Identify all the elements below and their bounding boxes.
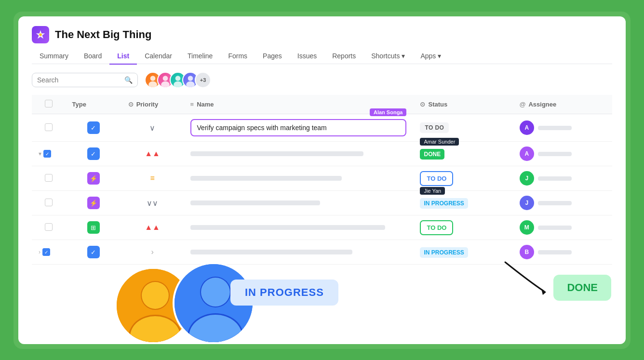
priority-icon: › [151,248,153,256]
table-row: ⚡ ≡ TO DO J [32,166,612,191]
status-badge-todo-green[interactable]: TO DO [420,220,453,235]
th-checkbox [32,95,66,114]
priority-icon-low: ∨∨ [147,199,158,207]
chevron-down-icon: ▾ [402,52,405,60]
tab-board[interactable]: Board [76,48,109,65]
select-all-checkbox[interactable] [45,100,53,107]
table-header-row: Type ⊙ Priority ≡ Name [32,95,612,114]
task-name-bar [190,225,385,230]
svg-point-0 [39,33,42,36]
assignee-bar [538,152,572,156]
assignee-cell: M [520,220,605,235]
status-badge-todo[interactable]: TO DO [420,122,449,133]
row2-checkbox[interactable]: ✓ [43,150,51,158]
app-header: The Next Big Thing [32,26,612,43]
done-overlay: DONE [553,275,611,301]
assignee-cell: A [520,147,605,161]
svg-point-3 [163,76,168,81]
assignee-avatar: J [520,196,534,210]
svg-point-8 [186,81,195,88]
tab-timeline[interactable]: Timeline [180,48,220,65]
row6-checkbox[interactable]: ✓ [42,248,50,256]
in-progress-overlay: IN PROGRESS [230,280,338,306]
row1-checkbox[interactable] [45,123,53,131]
assignee-cell: J [520,196,605,210]
type-icon-check: ✓ [87,121,100,134]
task-name-highlighted[interactable]: Alan Songa Verify campaign specs with ma… [190,119,407,136]
task-name-bar [190,151,363,156]
svg-point-5 [175,76,181,81]
tab-apps[interactable]: Apps ▾ [413,48,449,65]
priority-icon-high: ▲▲ [145,223,160,231]
svg-point-7 [188,76,193,81]
type-icon-check: ✓ [87,147,100,160]
assignee-bar [538,250,572,254]
task-name-bar [190,176,342,181]
tab-summary[interactable]: Summary [32,48,76,65]
type-icon-bolt: ⚡ [87,197,100,209]
task-name-bar [190,250,353,254]
type-icon-grid: ⊞ [87,221,100,234]
row4-checkbox[interactable] [45,199,53,206]
assignee-cell: J [520,171,605,186]
status-badge-todo-outlined[interactable]: TO DO [420,171,453,186]
avatar-extra: +3 [195,72,211,88]
tab-list[interactable]: List [109,48,137,65]
tab-issues[interactable]: Issues [290,48,324,65]
svg-marker-19 [541,289,546,295]
table-row: ⚡ ∨∨ IN PROGRESS Jie Yan [32,191,612,215]
status-badge-inprogress[interactable]: IN PROGRESS [420,247,468,258]
app-logo [32,26,49,43]
status-badge-inprogress[interactable]: IN PROGRESS [420,198,468,209]
task-name-bar [190,200,320,205]
priority-header-icon: ⊙ [128,101,134,108]
name-header-icon: ≡ [190,101,194,108]
assignee-avatar: J [520,171,534,186]
search-box[interactable]: 🔍 [32,73,138,87]
priority-icon-high: ▲▲ [145,149,160,158]
svg-point-12 [142,282,169,309]
assignee-bar [538,201,572,205]
arrow-decoration [500,257,558,296]
tab-shortcuts[interactable]: Shortcuts ▾ [363,48,413,65]
assignee-avatar: A [520,120,534,135]
avatar-group: +3 [145,72,211,88]
th-assignee[interactable]: @ Assignee [513,95,612,114]
th-priority[interactable]: ⊙ Priority [121,95,184,114]
search-input[interactable] [37,76,121,84]
status-cell: IN PROGRESS Jie Yan [420,200,468,207]
svg-point-2 [148,81,157,88]
assignee-bar [538,126,572,130]
expand-icon[interactable]: › [39,249,40,255]
svg-point-17 [201,278,230,307]
row5-checkbox[interactable] [45,223,53,231]
status-cell: DONE Amar Sunder [420,150,444,158]
th-type[interactable]: Type [66,95,121,114]
app-title: The Next Big Thing [55,28,151,41]
jieyan-tooltip: Jie Yan [420,187,445,195]
status-header-icon: ⊙ [420,101,425,108]
table-row: ▾ ✓ ✓ ▲▲ [32,142,612,166]
svg-point-4 [161,81,170,88]
row3-checkbox[interactable] [45,174,53,182]
chevron-down-icon: ▾ [438,52,441,60]
tab-pages[interactable]: Pages [255,48,290,65]
tab-calendar[interactable]: Calendar [137,48,180,65]
status-badge-done[interactable]: DONE [420,149,444,160]
outer-border: The Next Big Thing Summary Board List Ca… [13,12,631,349]
assignee-cell: A [520,120,605,135]
table-row: ⊞ ▲▲ TO DO M [32,215,612,240]
assignee-bar [538,176,572,181]
assignee-avatar: A [520,147,534,161]
app-window: The Next Big Thing Summary Board List Ca… [18,16,626,344]
th-status[interactable]: ⊙ Status [413,95,512,114]
priority-icon-low: ∨ [149,124,155,132]
assignee-bar [538,226,572,230]
user-tooltip: Alan Songa [370,108,407,116]
tab-forms[interactable]: Forms [220,48,255,65]
svg-point-1 [150,76,156,81]
tab-reports[interactable]: Reports [324,48,363,65]
table-row: ✓ ∨ Alan Songa Verify campaign specs wit… [32,114,612,142]
expand-icon[interactable]: ▾ [39,150,41,157]
nav-tabs: Summary Board List Calendar Timeline For… [32,48,612,65]
